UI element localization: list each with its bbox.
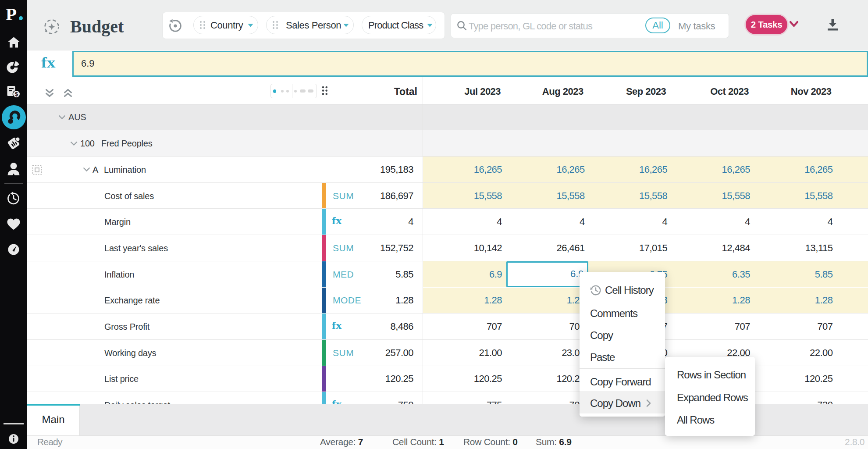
- svg-text:$: $: [15, 91, 18, 97]
